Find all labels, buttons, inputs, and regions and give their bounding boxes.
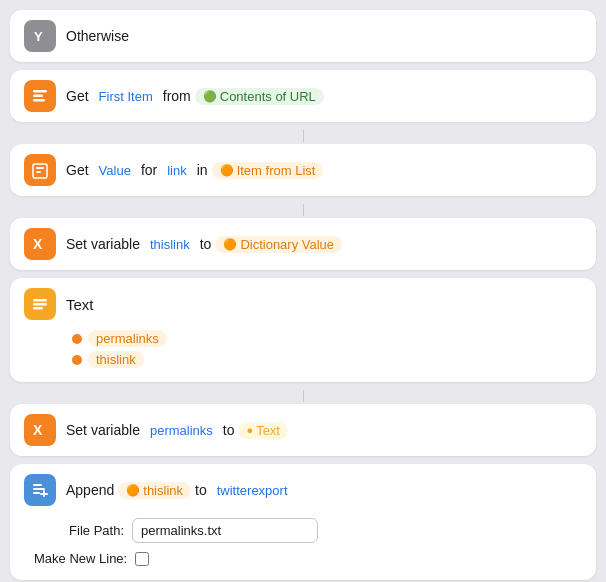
permalinks-token: permalinks	[144, 422, 219, 439]
svg-text:X: X	[33, 422, 43, 438]
get-first-item-block: Get First Item from 🟢 Contents of URL	[10, 70, 596, 122]
text-block-icon	[24, 288, 56, 320]
connector-1	[10, 130, 596, 144]
svg-rect-16	[40, 493, 48, 495]
svg-rect-8	[33, 299, 47, 302]
get-label: Get	[66, 88, 89, 104]
first-item-token: First Item	[93, 88, 159, 105]
otherwise-block: Y Otherwise	[10, 10, 596, 62]
svg-rect-9	[33, 303, 47, 306]
append-icon	[24, 474, 56, 506]
to1-label: to	[200, 236, 212, 252]
dot-icon	[72, 334, 82, 344]
to2-label: to	[223, 422, 235, 438]
connector-2	[10, 204, 596, 218]
append-thislink-token: 🟠 thislink	[118, 482, 191, 499]
get-value-icon	[24, 154, 56, 186]
append-text: Append 🟠 thislink to twitterexport	[66, 482, 294, 499]
svg-rect-14	[33, 492, 40, 494]
set-variable-2-block: X Set variable permalinks to ● Text	[10, 404, 596, 456]
make-new-line-row: Make New Line:	[34, 551, 582, 566]
get-value-block: Get Value for link in 🟠 Item from List	[10, 144, 596, 196]
svg-rect-6	[36, 171, 41, 173]
set-var2-text: Set variable permalinks to ● Text	[66, 422, 288, 439]
from-label: from	[163, 88, 191, 104]
svg-text:Y: Y	[34, 29, 43, 44]
connector-3	[10, 390, 596, 404]
twitterexport-token: twitterexport	[211, 482, 294, 499]
append-fields: File Path: Make New Line:	[24, 518, 582, 566]
text-item-permalinks: permalinks	[72, 330, 582, 347]
svg-rect-2	[33, 95, 43, 98]
file-path-label: File Path:	[34, 523, 124, 538]
dot2-icon	[72, 355, 82, 365]
text-block: Text permalinks thislink	[10, 278, 596, 382]
set-var1-icon: X	[24, 228, 56, 260]
contents-of-url-token: 🟢 Contents of URL	[195, 88, 324, 105]
text-block-items: permalinks thislink	[24, 330, 582, 368]
svg-rect-3	[33, 99, 45, 102]
svg-rect-1	[33, 90, 47, 93]
svg-text:X: X	[33, 236, 43, 252]
text-token: ● Text	[238, 422, 288, 439]
text-item-thislink: thislink	[72, 351, 582, 368]
set1-label: Set variable	[66, 236, 140, 252]
set2-label: Set variable	[66, 422, 140, 438]
get-first-text: Get First Item from 🟢 Contents of URL	[66, 88, 324, 105]
svg-rect-13	[33, 488, 45, 490]
permalinks-item-token: permalinks	[88, 330, 167, 347]
set-variable-1-block: X Set variable thislink to 🟠 Dictionary …	[10, 218, 596, 270]
get-first-icon	[24, 80, 56, 112]
get-value-text: Get Value for link in 🟠 Item from List	[66, 162, 323, 179]
append-block: Append 🟠 thislink to twitterexport File …	[10, 464, 596, 580]
svg-rect-5	[36, 167, 44, 169]
text-block-label: Text	[66, 296, 94, 313]
thislink-item-token: thislink	[88, 351, 144, 368]
item-from-list-token: 🟠 Item from List	[212, 162, 324, 179]
get2-label: Get	[66, 162, 89, 178]
make-new-line-label: Make New Line:	[34, 551, 127, 566]
append-to-label: to	[195, 482, 207, 498]
svg-rect-10	[33, 307, 43, 310]
make-new-line-checkbox[interactable]	[135, 552, 149, 566]
dict-value-token: 🟠 Dictionary Value	[215, 236, 342, 253]
svg-rect-12	[33, 484, 42, 486]
for-label: for	[141, 162, 157, 178]
file-path-input[interactable]	[132, 518, 318, 543]
otherwise-label: Otherwise	[66, 28, 129, 44]
append-label: Append	[66, 482, 114, 498]
value-token: Value	[93, 162, 137, 179]
otherwise-icon: Y	[24, 20, 56, 52]
in-label: in	[197, 162, 208, 178]
append-header: Append 🟠 thislink to twitterexport	[24, 474, 582, 506]
thislink-token: thislink	[144, 236, 196, 253]
set-var2-icon: X	[24, 414, 56, 446]
link-token: link	[161, 162, 193, 179]
text-block-header: Text	[24, 288, 582, 320]
set-var1-text: Set variable thislink to 🟠 Dictionary Va…	[66, 236, 342, 253]
file-path-row: File Path:	[34, 518, 582, 543]
